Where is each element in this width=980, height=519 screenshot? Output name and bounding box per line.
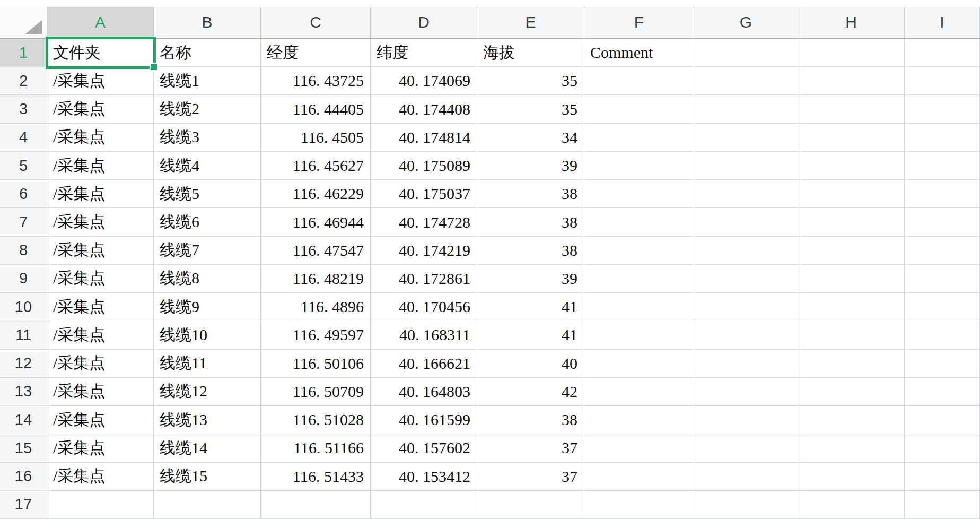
- cell-B16[interactable]: 线缆15: [154, 463, 261, 491]
- row-header-2[interactable]: 2: [0, 67, 47, 95]
- cell-E14[interactable]: 38: [477, 406, 584, 434]
- cell-C11[interactable]: 116. 49597: [261, 321, 371, 349]
- cell-H16[interactable]: [798, 463, 905, 491]
- cell-G5[interactable]: [694, 152, 798, 180]
- cell-I7[interactable]: [905, 208, 980, 236]
- cell-B13[interactable]: 线缆12: [154, 378, 261, 406]
- row-header-3[interactable]: 3: [0, 95, 47, 123]
- cell-H10[interactable]: [798, 293, 905, 321]
- cell-F8[interactable]: [584, 237, 694, 265]
- cell-A17[interactable]: [47, 491, 154, 519]
- cell-E11[interactable]: 41: [477, 321, 584, 349]
- cell-I5[interactable]: [905, 152, 980, 180]
- cell-D12[interactable]: 40. 166621: [371, 350, 477, 378]
- cell-I17[interactable]: [905, 491, 980, 519]
- column-header-F[interactable]: F: [584, 7, 694, 38]
- cell-A10[interactable]: /采集点: [47, 293, 154, 321]
- cell-D4[interactable]: 40. 174814: [371, 124, 477, 152]
- fill-handle[interactable]: [150, 63, 158, 71]
- cell-F16[interactable]: [584, 463, 694, 491]
- cell-B3[interactable]: 线缆2: [154, 95, 261, 123]
- cell-F10[interactable]: [584, 293, 694, 321]
- cell-C14[interactable]: 116. 51028: [261, 406, 371, 434]
- cell-A12[interactable]: /采集点: [47, 350, 154, 378]
- cell-E2[interactable]: 35: [477, 67, 584, 95]
- cell-C17[interactable]: [261, 491, 371, 519]
- cell-G6[interactable]: [694, 180, 798, 208]
- cell-G7[interactable]: [694, 208, 798, 236]
- cell-D15[interactable]: 40. 157602: [371, 434, 477, 462]
- cell-H4[interactable]: [798, 124, 905, 152]
- cell-B17[interactable]: [154, 491, 261, 519]
- cell-H15[interactable]: [798, 434, 905, 462]
- row-header-7[interactable]: 7: [0, 208, 47, 236]
- cell-H2[interactable]: [798, 67, 905, 95]
- cell-B6[interactable]: 线缆5: [154, 180, 261, 208]
- cell-A5[interactable]: /采集点: [47, 152, 154, 180]
- cell-D17[interactable]: [371, 491, 477, 519]
- cell-C5[interactable]: 116. 45627: [261, 152, 371, 180]
- cell-I2[interactable]: [905, 67, 980, 95]
- cell-A13[interactable]: /采集点: [47, 378, 154, 406]
- row-header-1[interactable]: 1: [0, 39, 47, 67]
- cell-A3[interactable]: /采集点: [47, 95, 154, 123]
- column-header-A[interactable]: A: [47, 7, 154, 38]
- row-header-16[interactable]: 16: [0, 463, 47, 491]
- cell-A9[interactable]: /采集点: [47, 265, 154, 293]
- cell-D2[interactable]: 40. 174069: [371, 67, 477, 95]
- cell-C3[interactable]: 116. 44405: [261, 95, 371, 123]
- cell-D6[interactable]: 40. 175037: [371, 180, 477, 208]
- cell-C12[interactable]: 116. 50106: [261, 350, 371, 378]
- cell-D11[interactable]: 40. 168311: [371, 321, 477, 349]
- cell-F3[interactable]: [584, 95, 694, 123]
- cell-F7[interactable]: [584, 208, 694, 236]
- cell-I3[interactable]: [905, 95, 980, 123]
- column-header-E[interactable]: E: [477, 7, 584, 38]
- cell-B14[interactable]: 线缆13: [154, 406, 261, 434]
- cell-C9[interactable]: 116. 48219: [261, 265, 371, 293]
- cell-G8[interactable]: [694, 237, 798, 265]
- cell-G10[interactable]: [694, 293, 798, 321]
- cell-C15[interactable]: 116. 51166: [261, 434, 371, 462]
- cell-F4[interactable]: [584, 124, 694, 152]
- cell-H8[interactable]: [798, 237, 905, 265]
- cell-H14[interactable]: [798, 406, 905, 434]
- cell-A16[interactable]: /采集点: [47, 463, 154, 491]
- cell-E7[interactable]: 38: [477, 208, 584, 236]
- cell-F11[interactable]: [584, 321, 694, 349]
- cell-A4[interactable]: /采集点: [47, 124, 154, 152]
- row-header-15[interactable]: 15: [0, 434, 47, 462]
- cell-G12[interactable]: [694, 350, 798, 378]
- cell-G3[interactable]: [694, 95, 798, 123]
- cell-D3[interactable]: 40. 174408: [371, 95, 477, 123]
- cell-H5[interactable]: [798, 152, 905, 180]
- cell-G15[interactable]: [694, 434, 798, 462]
- cell-D10[interactable]: 40. 170456: [371, 293, 477, 321]
- cell-A14[interactable]: /采集点: [47, 406, 154, 434]
- cell-I10[interactable]: [905, 293, 980, 321]
- cell-B10[interactable]: 线缆9: [154, 293, 261, 321]
- row-header-4[interactable]: 4: [0, 124, 47, 152]
- cell-F9[interactable]: [584, 265, 694, 293]
- row-header-5[interactable]: 5: [0, 152, 47, 180]
- cell-F1[interactable]: Comment: [584, 39, 694, 67]
- cell-B9[interactable]: 线缆8: [154, 265, 261, 293]
- cell-B4[interactable]: 线缆3: [154, 124, 261, 152]
- cell-B12[interactable]: 线缆11: [154, 350, 261, 378]
- cell-E13[interactable]: 42: [477, 378, 584, 406]
- row-header-17[interactable]: 17: [0, 491, 47, 519]
- cell-H13[interactable]: [798, 378, 905, 406]
- row-header-6[interactable]: 6: [0, 180, 47, 208]
- row-header-12[interactable]: 12: [0, 350, 47, 378]
- row-header-13[interactable]: 13: [0, 378, 47, 406]
- cell-C4[interactable]: 116. 4505: [261, 124, 371, 152]
- cell-F15[interactable]: [584, 434, 694, 462]
- cell-D5[interactable]: 40. 175089: [371, 152, 477, 180]
- column-header-C[interactable]: C: [261, 7, 371, 38]
- cell-C10[interactable]: 116. 4896: [261, 293, 371, 321]
- cell-F5[interactable]: [584, 152, 694, 180]
- cell-I15[interactable]: [905, 434, 980, 462]
- cell-I11[interactable]: [905, 321, 980, 349]
- column-header-B[interactable]: B: [154, 7, 261, 38]
- cell-B7[interactable]: 线缆6: [154, 208, 261, 236]
